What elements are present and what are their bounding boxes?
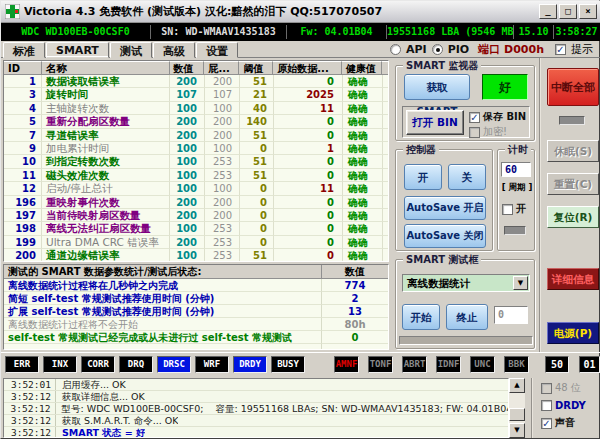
timer-group: 计时 60 [ 周期 ] 开 [497, 149, 535, 251]
cell-value: 200 [170, 75, 205, 88]
controller-on-button[interactable]: 开 [404, 164, 442, 190]
smart-row[interactable]: 200通道边缘错误率100253510确确 [4, 249, 388, 262]
minimize-button[interactable]: _ [539, 4, 557, 19]
tab-测试[interactable]: 测试 [110, 42, 152, 58]
cell-value: 100 [170, 249, 205, 262]
cell-value: 100 [170, 222, 205, 235]
scroll-down-icon[interactable]: ▼ [509, 423, 525, 438]
pio-radio[interactable] [432, 44, 443, 55]
app-logo-icon [5, 4, 20, 19]
cell-health: 确确 [343, 88, 383, 101]
smart-row[interactable]: 12启动/停止总计100100011确确 [4, 182, 388, 195]
test-select-value: 离线数据统计 [407, 277, 470, 289]
controller-off-button[interactable]: 关 [448, 164, 486, 190]
smart-row[interactable]: 197当前待映射扇区数量20020000确确 [4, 209, 388, 222]
api-radio[interactable] [390, 44, 401, 55]
save-bin-checkbox[interactable]: ✓ [469, 112, 480, 123]
cell-worst: 253 [205, 222, 240, 235]
test-counter-input[interactable]: 0 [494, 306, 528, 324]
stats-row: 离线数据统计过程将不会开始80h [4, 318, 388, 331]
stats-label: 离线数据统计过程将不会开始 [4, 318, 322, 331]
header-c-raw: 原始数据... [273, 61, 342, 75]
drdy-label: DRDY [555, 400, 586, 411]
hint-checkbox[interactable]: ✓ [555, 44, 566, 55]
timer-led [504, 226, 526, 235]
cell-filler [383, 88, 388, 101]
cell-health: 确确 [343, 129, 383, 142]
autosave-off-button[interactable]: AutoSave 关闭 [404, 224, 486, 248]
details-button[interactable]: 详细信息 [547, 268, 599, 290]
log-time: 3:52:12 [4, 427, 56, 438]
smart-row[interactable]: 198离线无法纠正扇区数量10025300确确 [4, 222, 388, 235]
header-c-thr: 阈值 [239, 61, 273, 75]
smart-row[interactable]: 11磁头效准次数100253510确确 [4, 169, 388, 182]
app-version: 15.10 [514, 25, 554, 39]
scrollbar-thumb[interactable] [509, 408, 525, 421]
cell-id: 9 [4, 142, 42, 155]
tab-高级[interactable]: 高级 [153, 42, 195, 58]
test-stop-button[interactable]: 终止 [446, 304, 488, 330]
cell-value: 200 [170, 209, 205, 222]
maximize-button[interactable]: □ [559, 4, 577, 19]
cell-worst: 200 [205, 196, 240, 209]
cell-value: 100 [170, 102, 205, 115]
cell-filler [383, 222, 388, 235]
cell-name: 重映射事件次数 [42, 196, 170, 209]
scroll-up-icon[interactable]: ▲ [509, 378, 525, 393]
titlebar: Victoria 4.3 免费软件 (测试版本) 汉化:黯然的泪下 QQ:517… [1, 1, 600, 23]
cell-filler [383, 236, 388, 249]
smart-row[interactable]: 4主轴旋转次数1001004011确确 [4, 102, 388, 115]
cell-threshold: 51 [240, 169, 274, 182]
smart-row[interactable]: 196重映射事件次数20020000确确 [4, 196, 388, 209]
smart-row[interactable]: 199Ultra DMA CRC 错误率20025300确确 [4, 236, 388, 249]
smart-row[interactable]: 7寻道错误率200200510确确 [4, 129, 388, 142]
cell-value: 100 [170, 142, 205, 155]
stats-value: 2 [322, 292, 388, 305]
cell-health: 确确 [343, 142, 383, 155]
break-all-button[interactable]: 中断全部 [547, 68, 599, 106]
power-button[interactable]: 电源(P) [547, 322, 599, 344]
timer-input[interactable]: 60 [501, 162, 531, 177]
timer-on-checkbox[interactable] [502, 204, 513, 215]
cell-raw: 0 [274, 236, 343, 249]
cell-id: 4 [4, 102, 42, 115]
test-progress-bar [399, 336, 533, 345]
smart-row[interactable]: 9加电累计时间10010001确确 [4, 142, 388, 155]
cell-id: 197 [4, 209, 42, 222]
led-drdy: DRDY [233, 356, 267, 373]
close-button[interactable]: × [579, 4, 597, 19]
header-c-worst: 屁... [204, 61, 239, 75]
cell-worst: 200 [205, 209, 240, 222]
led-busy: BUSY [271, 356, 305, 373]
smart-row[interactable]: 5重新分配扇区数量2002001400确确 [4, 115, 388, 128]
autosave-on-button[interactable]: AutoSave 开启 [404, 196, 486, 220]
led-tonf: TONF [368, 356, 393, 373]
test-select[interactable]: 离线数据统计 ▼ [402, 274, 530, 292]
action-button-column: 中断全部 休眠(S) 重置(C) 复位(R) 详细信息 电源(P) [539, 58, 600, 352]
stats-row-empty [4, 344, 388, 350]
cell-value: 100 [170, 182, 205, 195]
sleep-button[interactable]: 休眠(S) [547, 140, 599, 162]
drive-firmware: Fw: 04.01B04 [287, 25, 387, 39]
drdy-checkbox[interactable] [541, 400, 552, 411]
reset-button[interactable]: 复位(R) [547, 206, 599, 228]
smart-row[interactable]: 3旋转时间107107212025确确 [4, 88, 388, 101]
tab-设置[interactable]: 设置 [196, 42, 238, 58]
log-scrollbar[interactable]: ▲ ▼ [509, 378, 525, 438]
recall-button[interactable]: 重置(C) [547, 173, 599, 195]
tab-SMART[interactable]: SMART [46, 42, 109, 58]
open-bin-button[interactable]: 打开 BIN [406, 110, 464, 135]
smart-row[interactable]: 1数据读取错误率200200510确确 [4, 75, 388, 88]
log-entry: 3:52:12型号: WDC WD100EB-00CSF0; 容量: 19551… [4, 403, 508, 415]
cell-worst: 107 [205, 88, 240, 101]
log-entry: 3:52:12获取详细信息... OK [4, 391, 508, 403]
sound-checkbox[interactable]: ✓ [541, 418, 552, 429]
tab-标准[interactable]: 标准 [3, 42, 45, 58]
get-smart-button[interactable]: 获取 SMART [404, 74, 470, 100]
header-filler [382, 61, 388, 75]
smart-row[interactable]: 10到指定转数次数100253510确确 [4, 155, 388, 168]
stats-header: 测试的 SMART 数据参数统计/测试后状态: 数值 [4, 265, 388, 279]
cell-threshold: 51 [240, 75, 274, 88]
test-start-button[interactable]: 开始 [402, 304, 440, 330]
chevron-down-icon[interactable]: ▼ [513, 276, 528, 290]
